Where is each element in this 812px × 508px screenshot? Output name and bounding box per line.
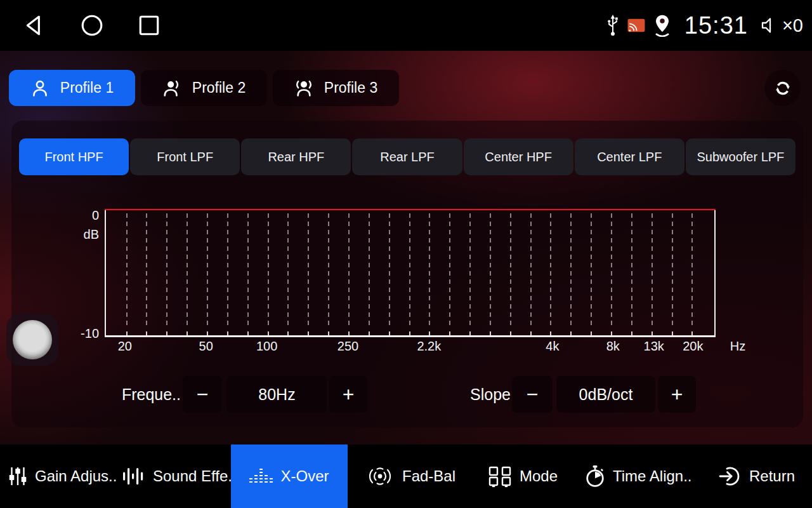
- gridline: [247, 213, 249, 329]
- nav-sound-effects[interactable]: Sound Effe..: [121, 444, 237, 508]
- profile-tab-1[interactable]: Profile 1: [9, 70, 135, 106]
- usb-icon: [606, 14, 620, 37]
- x-tick-label: 8k: [591, 339, 635, 354]
- nav-fad-bal[interactable]: Fad-Bal: [365, 444, 455, 508]
- tab-center-hpf[interactable]: Center HPF: [464, 138, 573, 175]
- axis-tick: [328, 331, 329, 335]
- profile-tab-label: Profile 3: [324, 79, 377, 97]
- gridline: [691, 213, 693, 329]
- gridline: [570, 213, 572, 329]
- sound-effects-icon: [121, 466, 145, 486]
- volume-level: ×0: [782, 15, 803, 36]
- nav-label: Return: [749, 467, 795, 485]
- tab-label: Center HPF: [485, 150, 552, 164]
- nav-x-over[interactable]: X-Over: [231, 444, 348, 508]
- gridline: [652, 213, 653, 329]
- axis-tick: [570, 331, 572, 335]
- axis-tick: [429, 331, 430, 335]
- axis-tick: [490, 331, 491, 335]
- tab-subwoofer-lpf[interactable]: Subwoofer LPF: [686, 138, 796, 175]
- nav-time-align[interactable]: Time Align..: [585, 444, 692, 508]
- gridline: [268, 213, 269, 329]
- profile-tab-3[interactable]: Profile 3: [273, 70, 399, 106]
- tab-front-hpf[interactable]: Front HPF: [19, 138, 129, 175]
- volume-muted-icon: [759, 14, 781, 37]
- x-tick-label: 2.2k: [407, 339, 451, 354]
- gridline: [611, 213, 612, 329]
- knob-circle-icon: [13, 320, 52, 359]
- profile-tab-2[interactable]: Profile 2: [141, 70, 267, 106]
- x-tick-label: 20k: [671, 339, 715, 354]
- recents-icon[interactable]: [137, 13, 161, 37]
- y-axis-top-label: 0: [48, 208, 99, 223]
- nav-mode[interactable]: Mode: [488, 444, 558, 508]
- slope-minus-button[interactable]: −: [512, 376, 553, 413]
- clock: 15:31: [684, 12, 748, 39]
- volume-indicator: ×0: [759, 14, 803, 37]
- nav-label: X-Over: [280, 467, 329, 485]
- tab-label: Subwoofer LPF: [697, 150, 784, 164]
- person-wave-icon: [162, 79, 181, 98]
- gridline: [328, 213, 329, 329]
- nav-gain-adjust[interactable]: Gain Adjus..: [8, 444, 117, 508]
- x-axis-unit: Hz: [723, 339, 752, 354]
- android-nav-keys: [23, 11, 161, 39]
- gridline: [126, 213, 128, 329]
- axis-tick: [308, 331, 309, 335]
- gridline: [510, 213, 511, 329]
- response-curve: [105, 209, 716, 210]
- axis-tick: [631, 331, 632, 335]
- gain-sliders-icon: [8, 466, 27, 486]
- axis-tick: [268, 331, 269, 335]
- gridline: [227, 213, 228, 329]
- x-tick-label: 13k: [632, 339, 676, 354]
- refresh-button[interactable]: [764, 70, 801, 106]
- profile-tabs: Profile 1 Profile 2 Profile: [9, 70, 399, 106]
- head-unit-screen: 15:31 ×0 Profile 1: [0, 0, 812, 508]
- gridline: [550, 213, 551, 329]
- axis-tick: [287, 331, 289, 335]
- x-tick-label: 100: [245, 339, 289, 354]
- axis-tick: [126, 331, 128, 335]
- home-icon[interactable]: [80, 13, 104, 37]
- tab-rear-hpf[interactable]: Rear HPF: [241, 138, 351, 175]
- gridline: [490, 213, 491, 329]
- axis-tick: [672, 331, 673, 335]
- frequency-response-plot[interactable]: [105, 210, 716, 337]
- back-icon[interactable]: [23, 13, 47, 37]
- gridline: [449, 213, 450, 329]
- mode-grid-icon: [488, 465, 512, 488]
- filter-tabs: Front HPF Front LPF Rear HPF Rear LPF Ce…: [19, 138, 796, 175]
- floating-assist-button[interactable]: [6, 314, 58, 366]
- axis-tick: [369, 331, 370, 335]
- x-tick-label: 50: [184, 339, 228, 354]
- frequency-minus-button[interactable]: −: [183, 376, 222, 413]
- axis-tick: [530, 331, 532, 335]
- gridline: [672, 213, 673, 329]
- gridline: [409, 213, 410, 329]
- tab-rear-lpf[interactable]: Rear LPF: [352, 138, 462, 175]
- axis-tick: [348, 331, 350, 335]
- axis-tick: [187, 331, 188, 335]
- profile-tab-label: Profile 1: [60, 79, 114, 97]
- gridline: [591, 213, 592, 329]
- slope-plus-button[interactable]: +: [658, 376, 696, 413]
- cast-icon: [627, 17, 645, 34]
- tab-label: Front LPF: [157, 150, 213, 164]
- axis-tick: [409, 331, 410, 335]
- tab-center-lpf[interactable]: Center LPF: [575, 138, 684, 175]
- nav-label: Mode: [520, 467, 558, 485]
- tab-label: Rear LPF: [380, 150, 435, 164]
- bottom-nav-bar: Gain Adjus.. Sound Effe.. X-Over: [0, 444, 812, 508]
- axis-tick: [652, 331, 653, 335]
- gridline: [369, 213, 370, 329]
- nav-label: Sound Effe..: [153, 467, 237, 485]
- frequency-plus-button[interactable]: +: [329, 376, 367, 413]
- gridline: [348, 213, 350, 329]
- tab-front-lpf[interactable]: Front LPF: [130, 138, 240, 175]
- x-axis-labels: 20 50 100 250 2.2k 4k 8k 13k 20k: [105, 339, 716, 357]
- gridline: [287, 213, 289, 329]
- refresh-icon: [773, 78, 793, 98]
- nav-return[interactable]: Return: [719, 444, 795, 508]
- location-icon: [653, 14, 672, 37]
